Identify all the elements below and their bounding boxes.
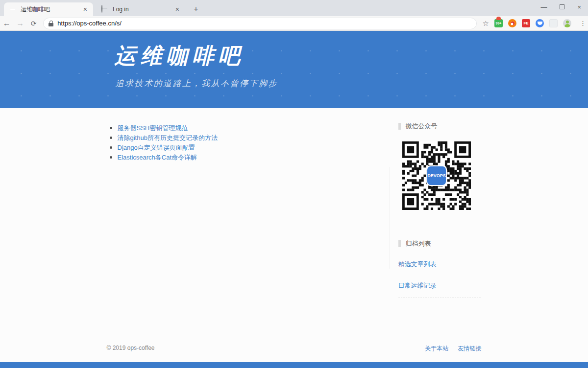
new-tab-button[interactable]: +: [190, 4, 202, 16]
site-title: 运维咖啡吧: [115, 42, 245, 70]
page-content: 服务器SSH密钥管理规范 清除github所有历史提交记录的方法 Django自…: [0, 108, 588, 362]
window-controls: — ×: [540, 0, 585, 14]
article-link[interactable]: 清除github所有历史提交记录的方法: [118, 134, 218, 141]
tab-close-icon[interactable]: ×: [174, 5, 180, 13]
address-bar[interactable]: https://ops-coffee.cn/s/: [43, 18, 476, 29]
archive-separator: [398, 297, 481, 298]
extension-row: ☆ 99+ FE ⋮: [483, 19, 588, 28]
wechat-section-title: 微信公众号: [398, 122, 482, 131]
browser-window: 运维咖啡吧 × Log in × + — × ← → ⟳ https://ops…: [0, 0, 588, 368]
tab-strip: 运维咖啡吧 × Log in × + — ×: [0, 0, 588, 16]
about-link[interactable]: 关于本站: [425, 345, 448, 352]
tab-title: 运维咖啡吧: [21, 5, 82, 14]
archive-link[interactable]: 日常运维记录: [398, 281, 482, 290]
section-marker: [398, 123, 401, 130]
browser-menu-icon[interactable]: ⋮: [580, 22, 586, 25]
content-divider: [390, 167, 390, 269]
url-text[interactable]: https://ops-coffee.cn/s/: [57, 20, 122, 27]
wechat-qr-code: DEVOPS: [402, 141, 471, 210]
footer-links: 关于本站 友情链接: [417, 345, 481, 353]
list-item: Django自定义错误页面配置: [110, 144, 218, 151]
tab-title: Log in: [113, 6, 174, 13]
sidebar: 微信公众号 DEVOPS 归档列表 精选文章列表 日常运维记录: [398, 122, 482, 298]
globe-favicon-icon: [101, 5, 109, 13]
tab-close-icon[interactable]: ×: [82, 5, 88, 13]
extension-fe-icon[interactable]: FE: [522, 19, 530, 27]
archive-section-title: 归档列表: [398, 239, 482, 248]
minimize-button[interactable]: —: [540, 3, 547, 11]
article-link[interactable]: 服务器SSH密钥管理规范: [118, 124, 188, 132]
page-viewport: 运维咖啡吧 追求技术的道路上，我从不曾停下脚步 服务器SSH密钥管理规范 清除g…: [0, 31, 588, 368]
lock-icon: [49, 21, 53, 26]
article-list: 服务器SSH密钥管理规范 清除github所有历史提交记录的方法 Django自…: [110, 125, 218, 164]
maximize-button[interactable]: [560, 4, 564, 9]
copyright-text: © 2019 ops-coffee: [107, 345, 155, 351]
tab-ops-coffee[interactable]: 运维咖啡吧 ×: [4, 2, 93, 16]
back-button[interactable]: ←: [0, 19, 13, 28]
extension-dim-icon[interactable]: [549, 19, 558, 27]
reload-button[interactable]: ⟳: [27, 20, 40, 27]
list-item: 清除github所有历史提交记录的方法: [110, 135, 218, 141]
browser-toolbar: ← → ⟳ https://ops-coffee.cn/s/ ☆ 99+ FE …: [0, 16, 588, 31]
window-close-button[interactable]: ×: [577, 3, 581, 11]
bookmark-star-icon[interactable]: ☆: [483, 19, 489, 28]
archive-links: 精选文章列表 日常运维记录: [398, 260, 482, 298]
site-subtitle: 追求技术的道路上，我从不曾停下脚步: [116, 78, 278, 89]
extension-eye-icon[interactable]: [508, 19, 516, 27]
article-link[interactable]: Elasticsearch各Cat命令详解: [118, 154, 197, 161]
bottom-accent-bar: [0, 362, 588, 368]
forward-button[interactable]: →: [13, 19, 26, 28]
page-footer: © 2019 ops-coffee 关于本站 友情链接: [0, 345, 588, 352]
section-marker: [398, 240, 401, 247]
article-link[interactable]: Django自定义错误页面配置: [118, 144, 195, 151]
svg-text:DEVOPS: DEVOPS: [427, 173, 446, 178]
extension-99-icon[interactable]: 99+: [494, 19, 503, 27]
list-item: 服务器SSH密钥管理规范: [110, 125, 218, 131]
extension-face-icon[interactable]: [536, 19, 544, 27]
extension-person-icon[interactable]: [563, 19, 571, 27]
archive-link[interactable]: 精选文章列表: [398, 260, 482, 269]
tab-log-in[interactable]: Log in ×: [96, 2, 185, 16]
ops-coffee-favicon-icon: [9, 5, 17, 13]
site-hero-banner: 运维咖啡吧 追求技术的道路上，我从不曾停下脚步: [0, 31, 588, 108]
list-item: Elasticsearch各Cat命令详解: [110, 154, 218, 161]
friend-links-link[interactable]: 友情链接: [458, 345, 482, 352]
